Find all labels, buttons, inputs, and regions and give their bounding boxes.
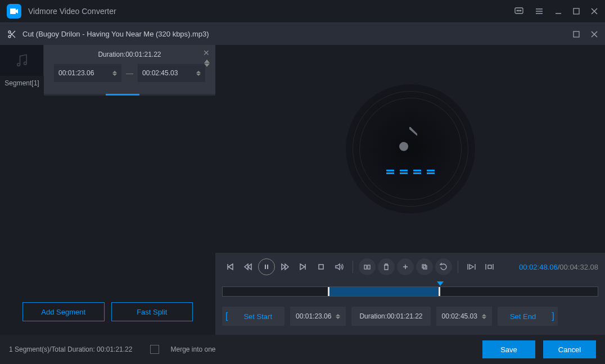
svg-rect-0: [10, 8, 16, 14]
segment-reorder[interactable]: [204, 60, 210, 67]
current-time: 00:02:48.06: [519, 263, 558, 271]
save-button[interactable]: Save: [482, 340, 535, 358]
svg-rect-32: [488, 265, 491, 269]
next-track-icon[interactable]: [295, 259, 311, 275]
maximize-icon[interactable]: [572, 7, 580, 15]
bracket-left-icon: [: [222, 311, 231, 321]
start2-up-icon[interactable]: [336, 314, 340, 316]
minimize-icon[interactable]: [554, 7, 562, 15]
segment-label: Segment[1]: [0, 76, 44, 87]
edit-row: [ Set Start 00:01:23.06 Duration:00:01:2…: [215, 307, 605, 335]
svg-rect-16: [574, 31, 579, 37]
delete-icon[interactable]: [378, 258, 395, 275]
set-start-group: [ Set Start: [222, 307, 285, 326]
svg-rect-9: [574, 8, 579, 14]
svg-point-2: [517, 10, 518, 11]
svg-point-19: [17, 63, 20, 66]
copy-segment-icon[interactable]: [359, 258, 376, 275]
timeline-wrap: [215, 281, 605, 307]
cut-bar: Cut (Bugoy Drilon - Having You Near Me (…: [0, 22, 605, 45]
footer-bar: 1 Segment(s)/Total Duration: 00:01:21.22…: [0, 335, 605, 364]
app-title: Vidmore Video Converter: [28, 7, 514, 16]
start-up-icon[interactable]: [112, 71, 117, 73]
playhead-marker[interactable]: [437, 281, 444, 286]
bracket-right-icon: ]: [548, 311, 557, 321]
timeline-slider[interactable]: [222, 286, 598, 297]
svg-point-13: [8, 35, 11, 38]
main-area: Segment[1] Duration:00:01:21.22 00:01:23…: [0, 45, 605, 335]
start-time-input[interactable]: 00:01:23.06: [290, 307, 346, 326]
add-icon[interactable]: [397, 258, 414, 275]
pause-button[interactable]: [258, 258, 275, 275]
app-logo: [7, 4, 21, 19]
merge-checkbox[interactable]: [150, 345, 159, 354]
segment-thumbnail[interactable]: [0, 45, 44, 76]
svg-point-4: [520, 10, 521, 11]
svg-rect-27: [368, 265, 370, 269]
rewind-icon[interactable]: [240, 259, 256, 275]
feedback-icon[interactable]: [514, 6, 524, 16]
prev-track-icon[interactable]: [222, 259, 238, 275]
cut-title: Cut (Bugoy Drilon - Having You Near Me (…: [22, 30, 572, 38]
undo-icon[interactable]: [435, 258, 452, 275]
total-time: /00:04:32.08: [558, 263, 598, 271]
menu-icon[interactable]: [534, 6, 544, 16]
set-end-group: Set End ]: [498, 307, 558, 326]
play-in-icon[interactable]: [464, 259, 480, 275]
segment-progress: [44, 94, 215, 95]
svg-rect-31: [423, 266, 427, 269]
svg-rect-25: [319, 265, 323, 269]
volume-icon[interactable]: [331, 259, 347, 275]
cut-maximize-icon[interactable]: [572, 30, 580, 38]
footer-info: 1 Segment(s)/Total Duration: 00:01:21.22: [9, 345, 132, 353]
play-out-icon[interactable]: [482, 259, 498, 275]
close-icon[interactable]: [590, 7, 598, 15]
scissors-icon: [7, 29, 17, 39]
svg-point-12: [8, 31, 11, 33]
segment-remove-icon[interactable]: ✕: [203, 48, 210, 57]
end2-up-icon[interactable]: [482, 314, 486, 316]
end-down-icon[interactable]: [196, 74, 201, 76]
duration-display: Duration:00:01:21.22: [351, 307, 430, 326]
copy-icon[interactable]: [416, 258, 433, 275]
fast-split-button[interactable]: Fast Split: [111, 302, 193, 321]
segment-end-input[interactable]: 00:02:45.03: [138, 64, 205, 82]
preview-area: [215, 45, 605, 253]
equalizer-icon: [386, 170, 435, 174]
forward-icon[interactable]: [277, 259, 293, 275]
stop-icon[interactable]: [313, 259, 329, 275]
segment-panel[interactable]: Segment[1] Duration:00:01:21.22 00:01:23…: [44, 45, 215, 95]
svg-rect-26: [364, 265, 367, 269]
title-bar: Vidmore Video Converter: [0, 0, 605, 22]
segment-start-input[interactable]: 00:01:23.06: [54, 64, 121, 82]
segment-sidebar: Segment[1] Duration:00:01:21.22 00:01:23…: [0, 45, 215, 335]
svg-point-20: [24, 62, 26, 65]
time-display: 00:02:48.06/00:04:32.08: [519, 263, 598, 271]
cut-close-icon[interactable]: [590, 30, 598, 38]
preview-column: 00:02:48.06/00:04:32.08 [ Set Start 00:0…: [215, 45, 605, 335]
audio-disc: [346, 84, 475, 213]
merge-label: Merge into one: [170, 345, 215, 353]
svg-rect-30: [422, 265, 426, 268]
end-up-icon[interactable]: [196, 71, 201, 73]
player-controls: 00:02:48.06/00:04:32.08: [215, 253, 605, 281]
set-end-button[interactable]: Set End: [498, 307, 548, 326]
segment-duration: Duration:00:01:21.22: [52, 51, 207, 58]
cancel-button[interactable]: Cancel: [543, 340, 596, 358]
start2-down-icon[interactable]: [336, 317, 340, 319]
music-note-icon: [398, 124, 423, 155]
svg-point-3: [518, 10, 520, 11]
selection-range[interactable]: [328, 287, 440, 296]
set-start-button[interactable]: Set Start: [231, 307, 285, 326]
add-segment-button[interactable]: Add Segment: [22, 302, 105, 321]
end-time-input[interactable]: 00:02:45.03: [436, 307, 492, 326]
start-down-icon[interactable]: [112, 74, 117, 76]
end2-down-icon[interactable]: [482, 317, 486, 319]
range-dash: —: [126, 69, 133, 78]
